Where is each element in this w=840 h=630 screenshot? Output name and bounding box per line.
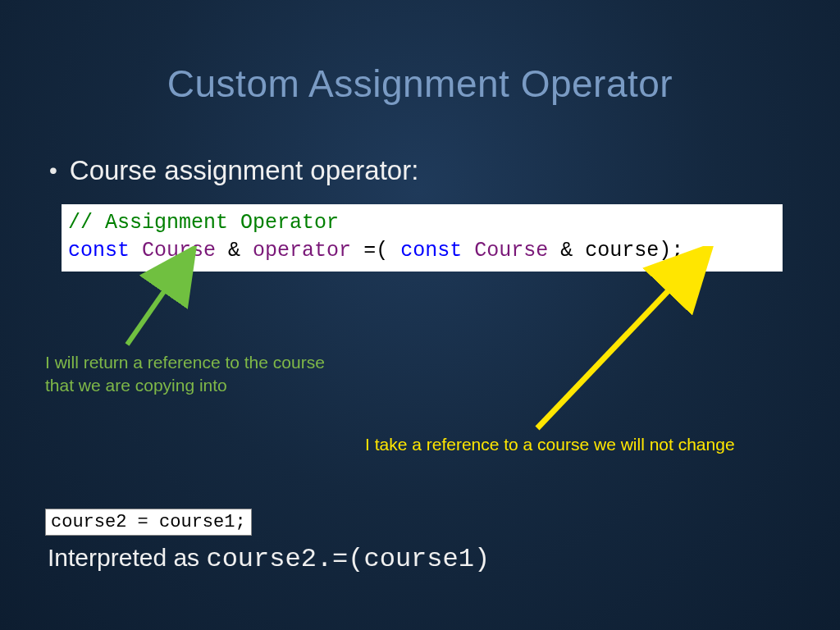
slide-title: Custom Assignment Operator: [0, 0, 840, 106]
annotation-yellow: I take a reference to a course we will n…: [365, 433, 735, 456]
svg-line-1: [127, 256, 189, 345]
code-amp-1: &: [228, 239, 240, 262]
code-comment: // Assignment Operator: [68, 211, 339, 235]
interpreted-prefix: Interpreted as: [48, 544, 206, 571]
bullet-text: Course assignment operator:: [70, 155, 419, 186]
interpreted-code: course2.=(course1): [206, 544, 490, 574]
bullet-point: • Course assignment operator:: [49, 155, 840, 186]
interpreted-line: Interpreted as course2.=(course1): [48, 544, 490, 574]
code-block-small: course2 = course1;: [45, 509, 252, 536]
yellow-arrow-icon: [513, 246, 726, 435]
code-func-operator: operator: [253, 239, 351, 262]
green-arrow-icon: [107, 246, 221, 353]
svg-line-3: [537, 254, 703, 428]
annotation-green: I will return a reference to the course …: [45, 351, 325, 398]
code-eq-paren: =(: [363, 239, 388, 262]
bullet-marker: •: [49, 158, 57, 184]
code-comment-line: // Assignment Operator: [68, 209, 776, 237]
code-keyword-const-2: const: [400, 239, 462, 262]
